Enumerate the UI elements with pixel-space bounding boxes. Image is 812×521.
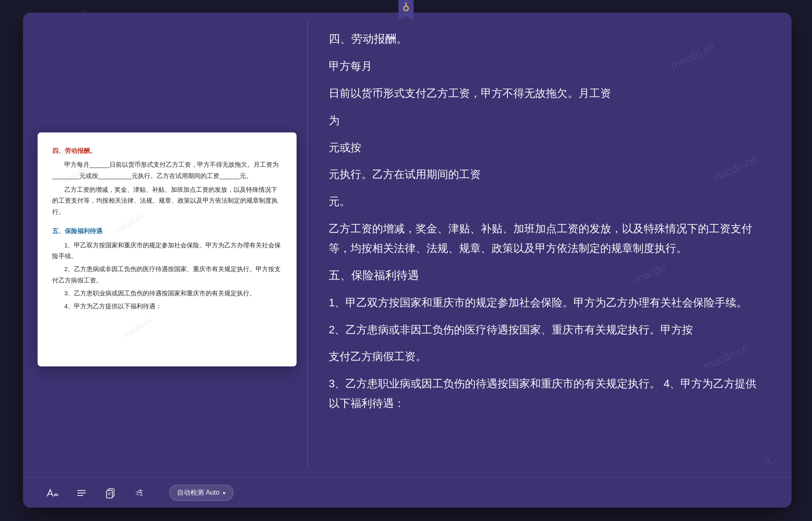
doc-section5-item3: 3、乙方患职业病或因工负伤的待遇按国家和重庆市的有关规定执行。 [52, 288, 282, 299]
svg-text:文: 文 [135, 491, 140, 496]
right-line-9: 1、甲乙双方按国家和重庆市的规定参加社会保险。甲方为乙方办理有关社会保险手续。 [329, 293, 766, 313]
app-container: macdo.cn macdo.cn mac macdo.cn 四、劳动报酬。 甲… [23, 13, 792, 508]
right-line-2: 日前以货币形式支付乙方工资，甲方不得无故拖欠。月工资 [329, 84, 766, 103]
right-line-11: 支付乙方病假工资。 [329, 347, 766, 366]
toolbar: 文 A 自动检测 Auto ▾ [23, 478, 792, 508]
lang-label: 自动检测 Auto [177, 488, 219, 497]
svg-rect-5 [107, 491, 112, 498]
doc-section4-para1: 甲方每月______日前以货币形式支付乙方工资，甲方不得无故拖欠。月工资为___… [52, 159, 282, 182]
lang-arrow: ▾ [223, 490, 226, 496]
doc-section4-title: 四、劳动报酬。 [52, 145, 282, 157]
doc-section5-item4: 4、甲方为乙方提供以下福利待遇： [52, 301, 282, 312]
font-size-button[interactable] [44, 485, 61, 501]
right-line-5: 元执行。乙方在试用期间的工资 [329, 165, 766, 184]
doc-section5-item1: 1、甲乙双方按国家和重庆市的规定参加社会保险。甲方为乙方办理有关社会保险手续。 [52, 240, 282, 262]
right-line-1: 甲方每月 [329, 56, 766, 76]
copy-button[interactable] [102, 485, 119, 501]
right-line-6: 元。 [329, 192, 766, 211]
list-button[interactable] [73, 485, 90, 501]
document-card: macdo.cn macdo.cn mac macdo.cn 四、劳动报酬。 甲… [38, 132, 297, 366]
main-content: macdo.cn macdo.cn mac macdo.cn 四、劳动报酬。 甲… [23, 13, 792, 478]
language-selector[interactable]: 自动检测 Auto ▾ [169, 485, 233, 501]
doc-section4-para2: 乙方工资的增减，奖金、津贴、补贴、加班加点工资的发放，以及特殊情况下的工资支付等… [52, 184, 282, 218]
right-line-0: 四、劳动报酬。 [329, 29, 766, 49]
doc-section5-title: 五、保险福利待遇 [52, 225, 282, 237]
bookmark-icon [398, 0, 414, 23]
right-panel: macdo.cn macdo.cn macdo macdo.cn It 四、劳动… [308, 13, 792, 478]
right-line-10: 2、乙方患病或非因工负伤的医疗待遇按国家、重庆市有关规定执行。甲方按 [329, 320, 766, 340]
right-line-8: 五、保险福利待遇 [329, 266, 766, 285]
svg-text:A: A [140, 493, 143, 497]
right-line-7: 乙方工资的增减，奖金、津贴、补贴、加班加点工资的发放，以及特殊情况下的工资支付等… [329, 219, 766, 258]
right-line-3: 为 [329, 111, 766, 130]
right-line-12: 3、乙方患职业病或因工负伤的待遇按国家和重庆市的有关规定执行。 4、甲方为乙方提… [329, 374, 766, 413]
doc-section5-item2: 2、乙方患病或非因工负伤的医疗待遇按国家、重庆市有关规定执行。甲方按支付乙方病假… [52, 264, 282, 286]
right-line-4: 元或按 [329, 138, 766, 158]
translate-button[interactable]: 文 A [132, 485, 148, 501]
left-panel: macdo.cn macdo.cn mac macdo.cn 四、劳动报酬。 甲… [23, 13, 307, 478]
